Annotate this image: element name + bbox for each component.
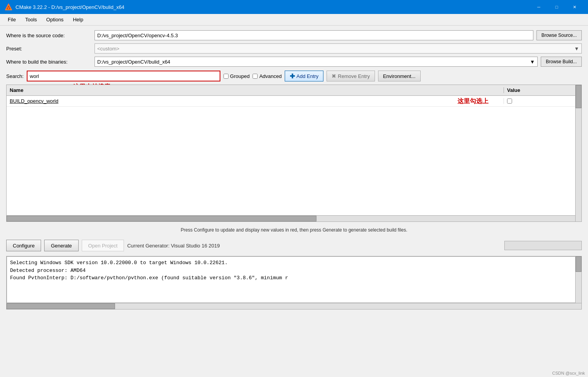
svg-point-2 (8, 7, 9, 9)
preset-label: Preset: (6, 46, 91, 52)
maximize-button[interactable]: □ (548, 0, 566, 14)
titlebar-controls: ─ □ ✕ (530, 0, 583, 14)
generator-text: Current Generator: Visual Studio 16 2019 (127, 243, 501, 249)
browse-build-button[interactable]: Browse Build... (541, 57, 582, 67)
log-area: Selecting Windows SDK version 10.0.22000… (7, 256, 581, 303)
configure-button[interactable]: Configure (6, 240, 41, 251)
titlebar: CMake 3.22.2 - D:/vs_project/OpenCV/buli… (0, 0, 588, 14)
titlebar-title: CMake 3.22.2 - D:/vs_project/OpenCV/buli… (15, 4, 530, 10)
grouped-checkbox-label[interactable]: Grouped (224, 73, 250, 79)
table-cell-build-world: BUILD_opencv_world (7, 98, 504, 104)
log-v-scrollbar-thumb[interactable] (576, 256, 581, 272)
table-header: Name Value (7, 85, 581, 96)
cmake-icon (5, 3, 12, 11)
status-text: Press Configure to update and display ne… (181, 227, 407, 233)
menu-tools[interactable]: Tools (21, 15, 41, 24)
table-wrapper: Name Value BUILD_opencv_world 这里勾选上 (6, 85, 582, 222)
remove-entry-button[interactable]: ✖ Remove Entry (327, 71, 375, 81)
menu-file[interactable]: File (3, 15, 21, 24)
build-arrow-icon: ▼ (530, 59, 535, 65)
close-button[interactable]: ✕ (566, 0, 583, 14)
build-value: D:/vs_project/OpenCV/bulid_x64 (97, 59, 170, 65)
advanced-checkbox[interactable] (253, 74, 258, 79)
open-project-button[interactable]: Open Project (82, 240, 124, 251)
advanced-label: Advanced (259, 73, 282, 79)
table-col-name: Name (7, 87, 504, 93)
add-entry-button[interactable]: ✚ Add Entry (285, 71, 323, 81)
environment-button[interactable]: Environment... (378, 71, 421, 81)
grouped-label: Grouped (230, 73, 250, 79)
build-row: Where to build the binaries: D:/vs_proje… (6, 57, 582, 67)
preset-arrow-icon: ▼ (574, 46, 579, 52)
log-v-scrollbar[interactable] (575, 256, 581, 303)
table-v-scrollbar-thumb[interactable] (576, 85, 581, 108)
minimize-button[interactable]: ─ (530, 0, 548, 14)
add-entry-label: Add Entry (296, 73, 318, 79)
log-line-3: Found PvthonInterp: D:/software/pvthon/p… (10, 274, 578, 282)
status-bar: Press Configure to update and display ne… (6, 225, 582, 235)
plus-icon: ✚ (290, 73, 295, 80)
log-h-scrollbar[interactable] (7, 303, 581, 309)
table-empty-space (7, 107, 581, 215)
generate-button[interactable]: Generate (44, 240, 78, 251)
table-h-scrollbar-thumb[interactable] (7, 216, 316, 221)
source-label: Where is the source code: (6, 33, 91, 38)
table-row[interactable]: BUILD_opencv_world 这里勾选上 (7, 96, 581, 107)
main-content: Where is the source code: Browse Source.… (0, 26, 588, 314)
remove-entry-label: Remove Entry (338, 73, 370, 79)
menu-options[interactable]: Options (41, 15, 68, 24)
build-world-checkbox[interactable] (507, 99, 512, 104)
menubar: File Tools Options Help (0, 14, 588, 26)
bottom-buttons: Configure Generate Open Project Current … (6, 238, 582, 253)
log-line-1: Selecting Windows SDK version 10.0.22000… (10, 259, 578, 267)
table-h-scrollbar[interactable] (7, 215, 581, 221)
log-container: Selecting Windows SDK version 10.0.22000… (6, 256, 582, 310)
advanced-checkbox-label[interactable]: Advanced (253, 73, 282, 79)
cmake-table: Name Value BUILD_opencv_world 这里勾选上 (6, 85, 582, 222)
watermark: CSDN @scx_link (552, 371, 585, 375)
progress-bar (504, 241, 582, 250)
source-row: Where is the source code: Browse Source.… (6, 30, 582, 40)
build-label: Where to build the binaries: (6, 59, 91, 65)
build-dropdown[interactable]: D:/vs_project/OpenCV/bulid_x64 ▼ (95, 57, 538, 67)
log-h-scrollbar-thumb[interactable] (7, 303, 115, 309)
search-input[interactable] (27, 71, 220, 81)
search-input-wrap: 这里支持搜索 (27, 71, 220, 81)
source-input[interactable] (95, 30, 533, 40)
x-icon: ✖ (332, 73, 336, 79)
browse-source-button[interactable]: Browse Source... (536, 30, 582, 40)
preset-dropdown[interactable]: <custom> ▼ (95, 43, 582, 54)
search-label: Search: (6, 73, 24, 79)
table-cell-value-build-world[interactable] (504, 99, 581, 104)
search-row: Search: 这里支持搜索 Grouped Advanced ✚ Add En… (6, 71, 582, 81)
menu-help[interactable]: Help (68, 15, 88, 24)
preset-value: <custom> (97, 46, 119, 52)
preset-row: Preset: <custom> ▼ (6, 43, 582, 54)
grouped-checkbox[interactable] (224, 74, 229, 79)
log-line-2: Detected processor: AMD64 (10, 267, 578, 275)
table-v-scrollbar[interactable] (575, 85, 581, 221)
table-col-value: Value (504, 87, 581, 93)
